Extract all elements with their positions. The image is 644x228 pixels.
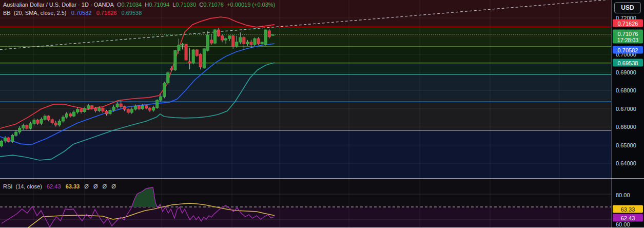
candle-body xyxy=(141,106,144,109)
candle-body xyxy=(22,125,25,128)
candle-body xyxy=(236,42,238,46)
chart-canvas[interactable] xyxy=(0,0,611,228)
price-axis[interactable]: USD 0.720000.710000.700000.690000.680000… xyxy=(611,0,644,228)
axis-tick-label: 0.65000 xyxy=(616,142,636,148)
candle-body xyxy=(253,39,256,45)
rsi-ma-value: 63.33 xyxy=(66,183,80,189)
candle-body xyxy=(264,30,267,45)
price-badge: 0.69538 xyxy=(613,59,643,67)
candle-body xyxy=(188,62,191,63)
candle-body xyxy=(145,106,148,108)
candle-body xyxy=(58,121,61,125)
close-value: 0.71076 xyxy=(203,2,224,8)
symbol-title[interactable]: Australian Dollar / U.S. Dollar · 1D · O… xyxy=(3,2,114,8)
candle-body xyxy=(185,44,187,60)
candle-body xyxy=(4,138,7,141)
candle-body xyxy=(116,104,119,107)
candle-body xyxy=(156,100,159,107)
candle-body xyxy=(138,106,140,109)
candle-body xyxy=(62,117,64,121)
candle-body xyxy=(239,37,242,42)
rsi-name: RSI xyxy=(3,183,12,189)
candle-body xyxy=(178,45,180,50)
candle-body xyxy=(152,107,155,110)
currency-toggle-button[interactable]: USD xyxy=(614,2,641,13)
candle-body xyxy=(257,39,260,44)
rsi-legend-row[interactable]: RSI (14, close) 62.43 63.33 Ø Ø Ø Ø xyxy=(3,183,118,190)
candle-body xyxy=(232,36,235,46)
candle-body xyxy=(268,31,270,37)
candle-body xyxy=(80,109,83,112)
bb-lower-value: 0.69538 xyxy=(122,10,142,16)
bb-params: (20, SMA, close, 2.5) xyxy=(14,10,67,16)
close-label: C xyxy=(199,2,203,8)
candle-body xyxy=(167,73,169,83)
candle-body xyxy=(127,109,129,112)
candle-body xyxy=(112,107,115,110)
candle-body xyxy=(65,114,68,117)
candle-body xyxy=(192,50,194,63)
candle-body xyxy=(98,108,101,110)
candle-body xyxy=(199,54,202,67)
candle-body xyxy=(163,83,166,97)
candle-body xyxy=(1,141,3,146)
axis-tick-label: 60.00 xyxy=(616,221,630,227)
candle-body xyxy=(206,35,209,50)
candle-body xyxy=(11,136,14,142)
axis-tick-label: 80.00 xyxy=(616,192,630,198)
candle-body xyxy=(261,42,263,44)
axis-tick-label: 0.66000 xyxy=(616,124,636,130)
background-zone xyxy=(0,74,611,102)
candle-body xyxy=(130,109,133,112)
candle-body xyxy=(102,108,104,111)
candle-body xyxy=(109,110,111,114)
candle-body xyxy=(73,112,75,116)
rsi-ghost-1: Ø xyxy=(83,183,90,189)
symbol-legend-row[interactable]: Australian Dollar / U.S. Dollar · 1D · O… xyxy=(3,1,275,8)
rsi-ghost-2: Ø xyxy=(92,183,100,189)
candle-body xyxy=(36,120,39,123)
candle-body xyxy=(105,111,108,113)
candle-body xyxy=(15,132,17,135)
candle-body xyxy=(225,39,227,40)
axis-tick-label: 0.67000 xyxy=(616,106,636,112)
open-value: 0.71034 xyxy=(121,2,142,8)
candle-body xyxy=(8,138,10,141)
candle-body xyxy=(160,97,162,100)
price-badge: 0.7107617:28:03 xyxy=(613,30,643,44)
axis-tick-label: 0.68000 xyxy=(616,87,636,93)
candle-body xyxy=(33,120,35,124)
candle-body xyxy=(174,50,177,70)
candle-body xyxy=(87,106,90,108)
change-value: +0.00019 (+0.03%) xyxy=(227,2,275,8)
candle-body xyxy=(149,108,151,110)
candle-body xyxy=(196,50,198,55)
price-pane[interactable] xyxy=(0,0,611,179)
price-badge: 0.70582 xyxy=(613,46,643,54)
candle-body xyxy=(69,114,71,116)
rsi-value: 62.43 xyxy=(47,183,61,189)
bb-upper-value: 0.71626 xyxy=(96,10,117,16)
background-zone xyxy=(0,63,611,74)
candle-body xyxy=(76,109,79,112)
candle-body xyxy=(134,106,136,109)
candle-body xyxy=(250,42,252,45)
bb-legend-row[interactable]: BB (20, SMA, close, 2.5) 0.70582 0.71626… xyxy=(3,9,142,16)
candle-body xyxy=(120,104,122,106)
rsi-params: (14, close) xyxy=(15,183,42,189)
candle-body xyxy=(221,36,224,40)
axis-tick-label: 0.69000 xyxy=(616,69,636,75)
background-zone xyxy=(0,47,611,63)
candle-body xyxy=(54,123,57,125)
candle-body xyxy=(94,108,97,110)
pane-separator[interactable] xyxy=(0,178,644,179)
candle-body xyxy=(123,107,126,109)
candle-body xyxy=(246,42,249,44)
candle-body xyxy=(51,120,53,123)
candle-body xyxy=(228,36,231,39)
high-value: 0.71094 xyxy=(149,2,169,8)
candle-body xyxy=(218,30,220,36)
candle-body xyxy=(181,44,184,45)
rsi-ghost-3: Ø xyxy=(101,183,109,189)
candle-body xyxy=(91,106,93,108)
